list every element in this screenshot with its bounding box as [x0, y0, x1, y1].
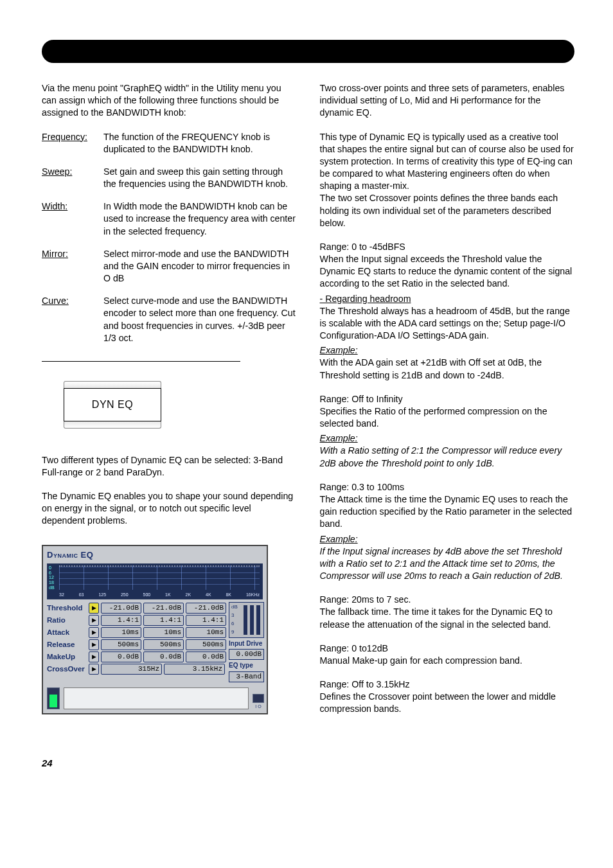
- gain-reduction-meter: dB 3 6 9: [229, 602, 264, 638]
- example-label: Example:: [320, 432, 575, 445]
- input-meter: [47, 687, 60, 709]
- desc: Set gain and sweep this gain setting thr…: [103, 166, 297, 190]
- expand-icon[interactable]: ▶: [89, 615, 99, 626]
- expand-icon[interactable]: ▶: [89, 627, 99, 638]
- makeup-mid[interactable]: 0.0dB: [143, 651, 184, 662]
- makeup-hi[interactable]: 0.0dB: [186, 651, 226, 662]
- example-body: With the ADA gain set at +21dB with Off …: [320, 357, 575, 381]
- xtick: 2K: [186, 592, 191, 598]
- creative-use-b: The two set Crossover points defines the…: [320, 193, 558, 227]
- row-crossover: CrossOver ▶ 315Hz 3.15kHz: [47, 663, 226, 675]
- attack-hi[interactable]: 10ms: [186, 627, 226, 638]
- bandwidth-options: Frequency: The function of the FREQUENCY…: [42, 131, 297, 344]
- threshold-hi[interactable]: -21.0dB: [186, 603, 226, 614]
- creative-use-a: This type of Dynamic EQ is typically use…: [320, 132, 574, 191]
- range: Range: Off to Infinity: [320, 393, 575, 405]
- input-drive-value[interactable]: 0.00dB: [229, 649, 264, 660]
- crossover-hi[interactable]: 3.15kHz: [164, 664, 225, 675]
- example-label: Example:: [320, 533, 575, 545]
- label: Attack: [47, 628, 87, 638]
- mtick: dB: [231, 604, 238, 611]
- label: Width:: [42, 200, 103, 213]
- option-sweep: Sweep: Set gain and sweep this gain sett…: [42, 166, 297, 190]
- ratio-hi[interactable]: 1.4:1: [186, 615, 226, 626]
- desc: The function of the FREQUENCY knob is du…: [103, 131, 297, 155]
- xtick: 250: [121, 592, 129, 598]
- subhead: - Regarding headroom: [320, 293, 575, 305]
- ytick: 12: [49, 575, 55, 580]
- mtick: 6: [231, 621, 238, 628]
- dyn-eq-intro-2: The Dynamic EQ enables you to shape your…: [42, 490, 297, 527]
- label: Frequency:: [42, 131, 103, 143]
- example-body: If the Input signal increases by 4dB abo…: [320, 545, 575, 583]
- attack-mid[interactable]: 10ms: [143, 627, 184, 638]
- eq-type-value[interactable]: 3-Band: [229, 671, 264, 682]
- label: Sweep:: [42, 166, 103, 178]
- makeup-lo[interactable]: 0.0dB: [101, 651, 141, 662]
- dyn-eq-tab-label: DYN EQ: [64, 388, 161, 421]
- expand-icon[interactable]: ▶: [89, 639, 99, 650]
- panel-title: Dynamic EQ: [43, 546, 267, 562]
- crossover-lo[interactable]: 315Hz: [101, 664, 162, 675]
- range: Range: 0.3 to 100ms: [320, 481, 575, 493]
- row-attack: Attack ▶ 10ms 10ms 10ms: [47, 626, 226, 639]
- section-threshold: Range: 0 to -45dBFS When the Input signa…: [320, 241, 575, 382]
- section-makeup: Range: 0 to12dB Manual Make-up gain for …: [320, 642, 575, 667]
- release-lo[interactable]: 500ms: [101, 639, 141, 650]
- body: Manual Make-up gain for each compression…: [320, 655, 575, 667]
- dyn-eq-tab: DYN EQ: [64, 381, 161, 429]
- section-ratio: Range: Off to Infinity Specifies the Rat…: [320, 393, 575, 470]
- subbody: The Threshold always has a headroom of 4…: [320, 305, 575, 342]
- option-mirror: Mirror: Select mirror-mode and use the B…: [42, 248, 297, 285]
- xtick: 4K: [206, 592, 211, 598]
- attack-lo[interactable]: 10ms: [101, 627, 141, 638]
- expand-icon[interactable]: ▶: [89, 603, 99, 614]
- body: The fallback time. The time it takes for…: [320, 606, 575, 630]
- range: Range: 0 to -45dBFS: [320, 241, 575, 253]
- xtick: 1K: [165, 592, 171, 598]
- row-release: Release ▶ 500ms 500ms 500ms: [47, 639, 226, 651]
- xtick: 125: [98, 592, 106, 598]
- label: Ratio: [47, 616, 87, 626]
- ratio-mid[interactable]: 1.4:1: [143, 615, 184, 626]
- body: Specifies the Ratio of the performed com…: [320, 405, 575, 430]
- label: Curve:: [42, 295, 103, 307]
- page-banner: [42, 40, 574, 63]
- eq-graph: 0 6 12 18 dB 32 63 125 250 500 1K 2: [47, 563, 263, 599]
- mtick: 9: [231, 629, 238, 636]
- ytick: 18: [49, 580, 55, 585]
- option-frequency: Frequency: The function of the FREQUENCY…: [42, 131, 297, 155]
- example-label: Example:: [320, 344, 575, 357]
- range: Range: Off to 3.15kHz: [320, 678, 575, 691]
- release-mid[interactable]: 500ms: [143, 639, 184, 650]
- input-drive-label: Input Drive: [229, 639, 264, 648]
- dyn-eq-intro-1: Two different types of Dynamic EQ can be…: [42, 454, 297, 479]
- expand-icon[interactable]: ▶: [89, 651, 99, 662]
- range: Range: 0 to12dB: [320, 642, 575, 655]
- desc: In Width mode the BANDWIDTH knob can be …: [103, 200, 297, 238]
- eq-type-label: EQ type: [229, 661, 264, 670]
- row-threshold: Threshold ▶ -21.0dB -21.0dB -21.0dB: [47, 602, 226, 614]
- section-attack: Range: 0.3 to 100ms The Attack time is t…: [320, 481, 575, 582]
- body: Defines the Crossover point between the …: [320, 691, 575, 715]
- crossover-summary: Two cross-over points and three sets of …: [320, 82, 575, 120]
- label: MakeUp: [47, 652, 87, 662]
- range: Range: 20ms to 7 sec.: [320, 594, 575, 606]
- xtick: 63: [79, 592, 84, 598]
- label: Release: [47, 640, 87, 650]
- body: The Attack time is the time the Dynamic …: [320, 493, 575, 531]
- label: CrossOver: [47, 664, 87, 675]
- page-number: 24: [42, 757, 574, 770]
- ratio-lo[interactable]: 1.4:1: [101, 615, 141, 626]
- desc: Select mirror-mode and use the BANDWIDTH…: [103, 248, 297, 285]
- release-hi[interactable]: 500ms: [186, 639, 226, 650]
- row-ratio: Ratio ▶ 1.4:1 1.4:1 1.4:1: [47, 614, 226, 626]
- preset-name-field[interactable]: [64, 687, 249, 709]
- threshold-mid[interactable]: -21.0dB: [143, 603, 184, 614]
- row-makeup: MakeUp ▶ 0.0dB 0.0dB 0.0dB: [47, 651, 226, 663]
- xtick: 32: [59, 592, 64, 598]
- threshold-lo[interactable]: -21.0dB: [101, 603, 141, 614]
- body: When the Input signal exceeds the Thresh…: [320, 253, 575, 290]
- divider: [42, 361, 240, 362]
- expand-icon[interactable]: ▶: [89, 664, 99, 675]
